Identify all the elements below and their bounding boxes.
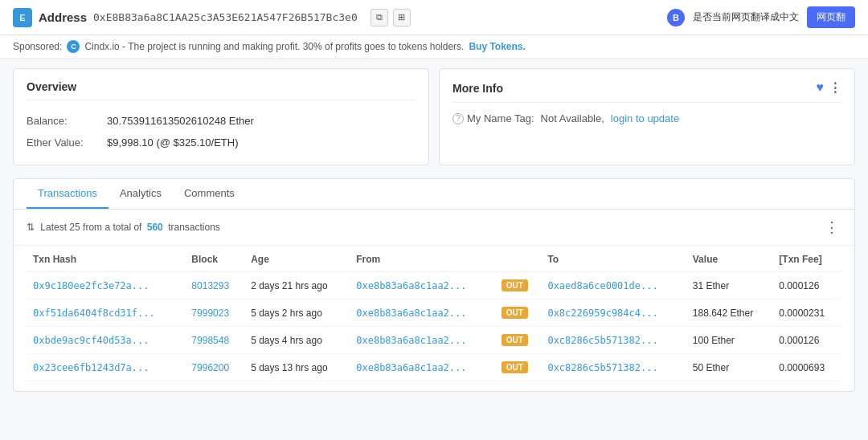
tab-comments[interactable]: Comments (173, 179, 246, 209)
balance-value: 30.753911613502610248 Ether (107, 115, 254, 127)
ether-value-value: $9,998.10 (@ $325.10/ETH) (107, 136, 239, 149)
table-row: 0xf51da6404f8cd31f... 7999023 5 days 2 h… (27, 299, 841, 327)
col-to: To (541, 246, 686, 272)
sponsored-bar: Sponsored: C Cindx.io - The project is r… (0, 35, 868, 59)
address-value: 0xE8B83a6a8C1AA25c3A53E621A547F26B517Bc3… (93, 11, 358, 23)
col-block: Block (185, 246, 244, 272)
transactions-table-wrapper: Txn Hash Block Age From To Value [Txn Fe… (14, 246, 854, 391)
txn-hash-cell: 0xbde9ac9cf40d53a... (27, 327, 185, 354)
translate-button[interactable]: 网页翻 (807, 6, 855, 28)
overview-panel: Overview Balance: 30.753911613502610248 … (13, 68, 429, 165)
value-cell: 50 Ether (686, 354, 773, 381)
txn-hash-link[interactable]: 0x9c180ee2fc3e72a... (33, 280, 149, 291)
to-address-link[interactable]: 0xaed8a6ce0001de... (547, 280, 657, 291)
page-title: Address (39, 10, 87, 24)
table-options-icon[interactable]: ⋮ (822, 218, 841, 237)
to-cell: 0xc8286c5b571382... (541, 327, 686, 354)
translate-prompt: 是否当前网页翻译成中文 (693, 10, 799, 24)
name-tag-row: ? My Name Tag: Not Available, login to u… (452, 112, 841, 124)
from-address[interactable]: 0xe8b83a6a8c1aa2... (356, 308, 466, 319)
tab-analytics[interactable]: Analytics (108, 179, 173, 209)
direction-cell: OUT (495, 299, 542, 327)
age-cell: 5 days 2 hrs ago (244, 299, 350, 327)
overview-title: Overview (27, 80, 416, 100)
to-cell: 0xaed8a6ce0001de... (541, 272, 686, 299)
grid-icon[interactable]: ⊞ (393, 9, 411, 26)
transactions-table: Txn Hash Block Age From To Value [Txn Fe… (27, 246, 841, 381)
from-cell: 0xe8b83a6a8c1aa2... (350, 299, 494, 327)
from-cell: 0xe8b83a6a8c1aa2... (350, 327, 494, 354)
fee-cell: 0.000126 (772, 272, 841, 299)
col-txn-fee: [Txn Fee] (772, 246, 841, 272)
ether-value-label: Ether Value: (27, 136, 99, 149)
tab-transactions[interactable]: Transactions (27, 179, 108, 209)
summary-suffix: transactions (168, 222, 220, 233)
page-header: E Address 0xE8B83a6a8C1AA25c3A53E621A547… (0, 0, 868, 35)
txn-hash-cell: 0x9c180ee2fc3e72a... (27, 272, 185, 299)
value-cell: 31 Ether (686, 272, 773, 299)
summary-prefix: Latest 25 from a total of (40, 222, 141, 233)
col-direction (495, 246, 542, 272)
from-address[interactable]: 0xe8b83a6a8c1aa2... (356, 362, 466, 373)
block-link[interactable]: 7999023 (191, 308, 229, 319)
direction-cell: OUT (495, 354, 542, 381)
fee-cell: 0.0000693 (772, 354, 841, 381)
from-cell: 0xe8b83a6a8c1aa2... (350, 272, 494, 299)
block-cell: 7996200 (185, 354, 244, 381)
age-cell: 5 days 13 hrs ago (244, 354, 350, 381)
sponsored-label: Sponsored: (13, 41, 62, 52)
block-link[interactable]: 7998548 (191, 335, 229, 346)
block-cell: 8013293 (185, 272, 244, 299)
to-address-link[interactable]: 0x8c226959c984c4... (547, 308, 657, 319)
tabs-container: Transactions Analytics Comments ⇅ Latest… (13, 178, 855, 392)
transaction-summary-bar: ⇅ Latest 25 from a total of 560 transact… (14, 210, 854, 246)
txn-hash-cell: 0x23cee6fb1243d7a... (27, 354, 185, 381)
col-value: Value (686, 246, 773, 272)
favorite-icon[interactable]: ♥ (817, 80, 825, 96)
direction-badge: OUT (502, 361, 528, 373)
copy-icon[interactable]: ⧉ (371, 9, 388, 26)
from-cell: 0xe8b83a6a8c1aa2... (350, 354, 494, 381)
login-to-update-link[interactable]: login to update (611, 112, 679, 124)
table-row: 0x23cee6fb1243d7a... 7996200 5 days 13 h… (27, 354, 841, 381)
direction-badge: OUT (502, 334, 528, 346)
table-row: 0x9c180ee2fc3e72a... 8013293 2 days 21 h… (27, 272, 841, 299)
txn-hash-link[interactable]: 0xbde9ac9cf40d53a... (33, 335, 149, 346)
block-link[interactable]: 8013293 (191, 280, 229, 291)
to-address-link[interactable]: 0xc8286c5b571382... (547, 335, 657, 346)
cindx-logo: C (67, 40, 80, 53)
from-address[interactable]: 0xe8b83a6a8c1aa2... (356, 335, 466, 346)
total-transactions-link[interactable]: 560 (147, 222, 163, 233)
more-info-title: More Info ♥ ⋮ (452, 80, 841, 103)
block-link[interactable]: 7996200 (191, 362, 229, 373)
balance-row: Balance: 30.753911613502610248 Ether (27, 110, 416, 132)
age-cell: 5 days 4 hrs ago (244, 327, 350, 354)
col-from: From (350, 246, 494, 272)
info-panels: Overview Balance: 30.753911613502610248 … (13, 68, 855, 165)
header-icon-group: ⧉ ⊞ (371, 9, 411, 26)
tabs-header: Transactions Analytics Comments (14, 179, 854, 210)
name-tag-label: ? My Name Tag: (452, 112, 534, 124)
panel-title-icons: ♥ ⋮ (817, 80, 842, 96)
name-tag-value: Not Available, (541, 112, 604, 124)
to-cell: 0x8c226959c984c4... (541, 299, 686, 327)
direction-cell: OUT (495, 272, 542, 299)
fee-cell: 0.000126 (772, 327, 841, 354)
buy-tokens-link[interactable]: Buy Tokens. (469, 41, 525, 52)
more-options-icon[interactable]: ⋮ (829, 80, 841, 96)
txn-hash-link[interactable]: 0x23cee6fb1243d7a... (33, 362, 149, 373)
block-cell: 7999023 (185, 299, 244, 327)
balance-label: Balance: (27, 115, 99, 127)
direction-badge: OUT (502, 307, 528, 319)
main-content: Overview Balance: 30.753911613502610248 … (0, 59, 868, 401)
to-address-link[interactable]: 0xc8286c5b571382... (547, 362, 657, 373)
table-header-row: Txn Hash Block Age From To Value [Txn Fe… (27, 246, 841, 272)
filter-icon: ⇅ (27, 222, 35, 233)
col-txn-hash: Txn Hash (27, 246, 185, 272)
txn-hash-link[interactable]: 0xf51da6404f8cd31f... (33, 308, 155, 319)
ether-value-row: Ether Value: $9,998.10 (@ $325.10/ETH) (27, 132, 416, 153)
from-address[interactable]: 0xe8b83a6a8c1aa2... (356, 280, 466, 291)
col-age: Age (244, 246, 350, 272)
fee-cell: 0.0000231 (772, 299, 841, 327)
value-cell: 188.642 Ether (686, 299, 773, 327)
